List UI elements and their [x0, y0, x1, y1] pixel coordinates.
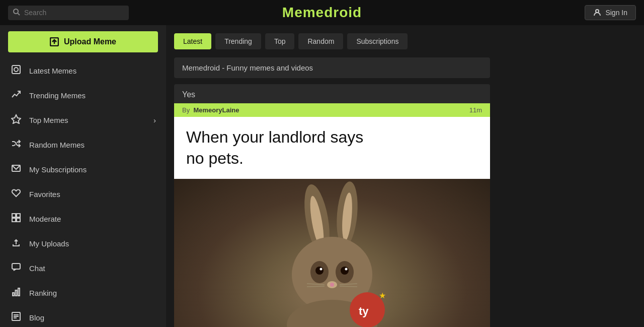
meme-title: Yes — [174, 84, 490, 103]
svg-rect-16 — [18, 288, 20, 296]
search-input[interactable] — [24, 9, 124, 17]
rabbit-background: ty ★ — [174, 179, 490, 327]
sidebar-item-label: My Uploads — [29, 239, 69, 248]
chevron-right-icon: › — [153, 116, 156, 124]
meme-text: When your landlord says no pets. — [174, 117, 490, 179]
layout: Upload Meme Latest Memes Trending Memes … — [0, 25, 644, 327]
sidebar-item-ranking[interactable]: Ranking — [0, 281, 166, 305]
uploads-icon — [10, 237, 22, 250]
page-title: Memedroid - Funny memes and videos — [174, 57, 490, 78]
main-content: Latest Trending Top Random Subscriptions… — [166, 25, 498, 327]
sidebar-item-my-subscriptions[interactable]: My Subscriptions — [0, 157, 166, 182]
upload-meme-label: Upload Meme — [64, 37, 116, 46]
svg-rect-10 — [12, 218, 16, 222]
sidebar-item-trending-memes[interactable]: Trending Memes — [0, 83, 166, 108]
sidebar-item-label: Trending Memes — [29, 91, 86, 100]
right-panel — [498, 25, 644, 327]
sidebar-item-random-memes[interactable]: Random Memes — [0, 133, 166, 157]
tab-latest[interactable]: Latest — [174, 33, 211, 49]
user-icon — [593, 9, 601, 17]
sidebar-item-label: Favorites — [29, 190, 60, 199]
sidebar-item-label: Moderate — [29, 215, 61, 223]
svg-line-39 — [340, 286, 357, 287]
sidebar-item-label: Blog — [29, 313, 44, 322]
trending-icon — [10, 89, 22, 102]
sidebar: Upload Meme Latest Memes Trending Memes … — [0, 25, 166, 327]
favorites-icon — [10, 188, 22, 201]
svg-rect-8 — [12, 214, 16, 217]
sidebar-item-latest-memes[interactable]: Latest Memes — [0, 58, 166, 83]
sidebar-item-chat[interactable]: Chat — [0, 256, 166, 281]
sign-in-button[interactable]: Sign In — [585, 5, 636, 20]
moderate-icon — [10, 213, 22, 225]
svg-text:ty: ty — [359, 305, 369, 317]
svg-rect-9 — [17, 214, 20, 217]
svg-rect-14 — [13, 293, 14, 296]
header: Memedroid Sign In — [0, 0, 644, 25]
blog-icon — [10, 311, 22, 324]
svg-point-31 — [341, 267, 349, 275]
meme-author-by: By — [182, 106, 190, 114]
sidebar-item-label: Chat — [29, 264, 45, 273]
sidebar-item-label: Top Memes — [29, 116, 68, 124]
tab-trending[interactable]: Trending — [215, 33, 261, 49]
latest-icon — [10, 64, 22, 77]
svg-rect-4 — [12, 66, 20, 74]
svg-point-33 — [345, 268, 348, 271]
svg-point-5 — [14, 68, 18, 72]
svg-text:★: ★ — [379, 291, 386, 300]
tab-top[interactable]: Top — [265, 33, 295, 49]
svg-line-37 — [307, 286, 325, 287]
chat-icon — [10, 262, 22, 275]
ranking-icon — [10, 287, 22, 299]
sidebar-item-favorites[interactable]: Favorites — [0, 182, 166, 207]
search-icon — [13, 9, 20, 17]
top-icon — [10, 114, 22, 126]
meme-author[interactable]: MemeoryLaine — [193, 106, 239, 114]
sidebar-item-moderate[interactable]: Moderate — [0, 207, 166, 231]
meme-photo: ty ★ — [174, 179, 490, 327]
svg-point-0 — [14, 9, 18, 14]
random-icon — [10, 139, 22, 151]
rabbit-svg: ty ★ — [262, 179, 403, 327]
search-bar — [8, 6, 129, 20]
upload-meme-button[interactable]: Upload Meme — [8, 31, 158, 52]
svg-marker-6 — [12, 115, 21, 123]
upload-icon — [50, 37, 59, 46]
sidebar-item-label: Ranking — [29, 289, 57, 297]
sidebar-item-top-memes[interactable]: Top Memes › — [0, 108, 166, 133]
svg-point-32 — [320, 268, 323, 271]
svg-line-1 — [18, 13, 20, 15]
meme-image-container: When your landlord says no pets. — [174, 117, 490, 327]
site-logo: Memedroid — [282, 5, 362, 21]
svg-rect-15 — [16, 290, 17, 296]
sidebar-item-blog[interactable]: Blog — [0, 305, 166, 327]
svg-point-30 — [315, 267, 324, 275]
svg-rect-13 — [12, 264, 20, 269]
meme-meta: By MemeoryLaine 11m — [174, 103, 490, 117]
sidebar-item-my-uploads[interactable]: My Uploads — [0, 231, 166, 256]
meme-time: 11m — [469, 106, 482, 114]
tab-random[interactable]: Random — [298, 33, 343, 49]
tab-subscriptions[interactable]: Subscriptions — [347, 33, 408, 49]
svg-point-35 — [330, 283, 334, 287]
subscriptions-icon — [10, 163, 22, 176]
svg-rect-11 — [17, 218, 20, 222]
tabs-bar: Latest Trending Top Random Subscriptions — [174, 33, 490, 49]
sidebar-item-label: Random Memes — [29, 141, 85, 149]
sidebar-item-label: My Subscriptions — [29, 165, 87, 174]
sidebar-item-label: Latest Memes — [29, 67, 76, 75]
sign-in-label: Sign In — [605, 9, 627, 17]
meme-card: Yes By MemeoryLaine 11m When your landlo… — [174, 84, 490, 327]
